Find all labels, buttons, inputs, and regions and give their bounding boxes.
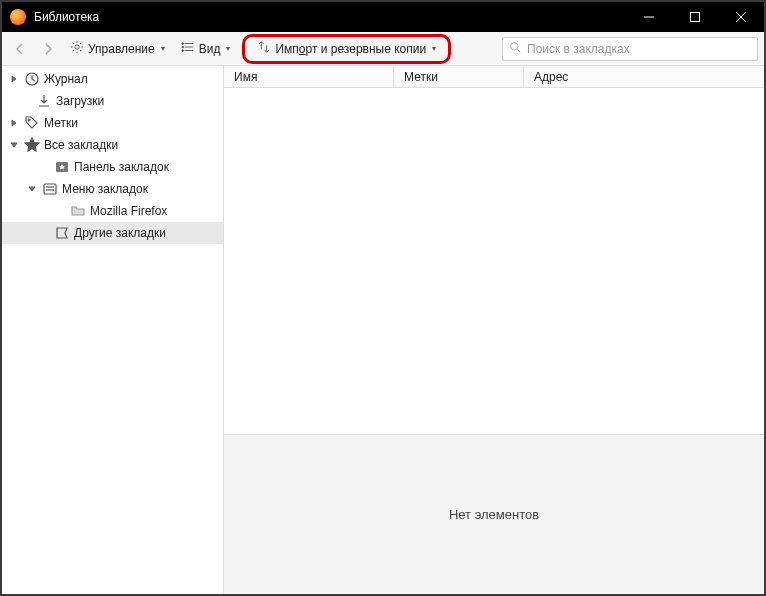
tree-item-other-bookmarks[interactable]: Другие закладки xyxy=(2,222,223,244)
twisty-collapsed-icon[interactable] xyxy=(8,117,20,129)
column-tags[interactable]: Метки xyxy=(394,66,524,87)
views-label: Вид xyxy=(199,42,221,56)
svg-point-10 xyxy=(182,50,184,52)
bookmarks-toolbar-icon xyxy=(54,159,70,175)
svg-line-12 xyxy=(517,49,520,52)
tree-label: Все закладки xyxy=(44,138,118,152)
empty-message: Нет элементов xyxy=(449,507,539,522)
clock-icon xyxy=(24,71,40,87)
chevron-down-icon: ▾ xyxy=(161,44,165,53)
sidebar-tree[interactable]: Журнал Загрузки Метки Все закладки П xyxy=(2,66,224,594)
tree-label: Панель закладок xyxy=(74,160,169,174)
svg-point-8 xyxy=(182,43,184,45)
search-icon xyxy=(509,41,521,56)
highlight-import-backup: Импорт и резервные копии ▾ xyxy=(242,34,451,64)
views-menu-button[interactable]: Вид ▾ xyxy=(175,36,237,62)
firefox-logo-icon xyxy=(10,9,26,25)
twisty-expanded-icon[interactable] xyxy=(8,139,20,151)
tree-label: Mozilla Firefox xyxy=(90,204,167,218)
tree-item-bookmarks-toolbar[interactable]: Панель закладок xyxy=(2,156,223,178)
details-pane: Нет элементов xyxy=(224,434,764,594)
column-address[interactable]: Адрес xyxy=(524,66,764,87)
star-icon xyxy=(24,137,40,153)
bookmark-list[interactable] xyxy=(224,88,764,434)
gear-icon xyxy=(70,40,84,57)
close-button[interactable] xyxy=(718,2,764,32)
search-box[interactable] xyxy=(502,37,758,61)
chevron-down-icon: ▾ xyxy=(432,44,436,53)
window-title: Библиотека xyxy=(34,10,99,24)
toolbar: Управление ▾ Вид ▾ Импорт и резервные ко… xyxy=(2,32,764,66)
column-name[interactable]: Имя xyxy=(224,66,394,87)
import-export-icon xyxy=(257,40,271,57)
svg-rect-16 xyxy=(44,184,56,194)
main-panel: Имя Метки Адрес Нет элементов xyxy=(224,66,764,594)
search-input[interactable] xyxy=(527,42,751,56)
import-backup-menu-button[interactable]: Импорт и резервные копии ▾ xyxy=(251,37,442,61)
back-button[interactable] xyxy=(8,37,32,61)
tree-item-downloads[interactable]: Загрузки xyxy=(2,90,223,112)
svg-point-4 xyxy=(75,45,79,49)
tree-label: Другие закладки xyxy=(74,226,166,240)
folder-icon xyxy=(70,203,86,219)
import-backup-label: Импорт и резервные копии xyxy=(275,42,426,56)
chevron-down-icon: ▾ xyxy=(226,44,230,53)
library-window: Библиотека Управление ▾ xyxy=(0,0,766,596)
tree-label: Загрузки xyxy=(56,94,104,108)
download-icon xyxy=(36,93,52,109)
tree-item-tags[interactable]: Метки xyxy=(2,112,223,134)
tree-label: Метки xyxy=(44,116,78,130)
bookmarks-menu-icon xyxy=(42,181,58,197)
maximize-button[interactable] xyxy=(672,2,718,32)
tree-item-history[interactable]: Журнал xyxy=(2,68,223,90)
titlebar: Библиотека xyxy=(2,2,764,32)
svg-rect-1 xyxy=(691,13,700,22)
tag-icon xyxy=(24,115,40,131)
svg-point-9 xyxy=(182,46,184,48)
tree-item-all-bookmarks[interactable]: Все закладки xyxy=(2,134,223,156)
column-headers: Имя Метки Адрес xyxy=(224,66,764,88)
minimize-button[interactable] xyxy=(626,2,672,32)
svg-point-14 xyxy=(28,119,30,121)
list-icon xyxy=(181,40,195,57)
twisty-expanded-icon[interactable] xyxy=(26,183,38,195)
organize-label: Управление xyxy=(88,42,155,56)
tree-item-mozilla-firefox[interactable]: Mozilla Firefox xyxy=(2,200,223,222)
organize-menu-button[interactable]: Управление ▾ xyxy=(64,36,171,62)
svg-point-11 xyxy=(511,43,519,51)
other-bookmarks-icon xyxy=(54,225,70,241)
content-body: Журнал Загрузки Метки Все закладки П xyxy=(2,66,764,594)
forward-button[interactable] xyxy=(36,37,60,61)
tree-label: Журнал xyxy=(44,72,88,86)
twisty-collapsed-icon[interactable] xyxy=(8,73,20,85)
tree-item-bookmarks-menu[interactable]: Меню закладок xyxy=(2,178,223,200)
tree-label: Меню закладок xyxy=(62,182,148,196)
